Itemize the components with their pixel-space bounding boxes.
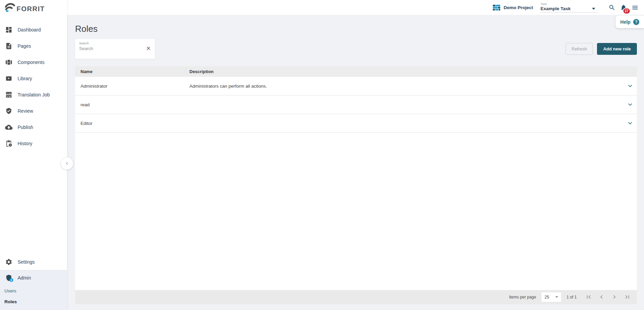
role-name: Administrator bbox=[75, 84, 189, 89]
media-library-icon bbox=[5, 75, 13, 82]
sidebar-item-components[interactable]: Components bbox=[0, 54, 67, 70]
sidebar-spacer bbox=[0, 152, 67, 254]
sidebar-collapse-button[interactable] bbox=[61, 157, 73, 170]
page-title: Roles bbox=[75, 24, 637, 34]
topbar: Demo Project Task Example Task 27 bbox=[67, 0, 644, 15]
admin-person-badge bbox=[9, 278, 13, 282]
page-range-label: 1 of 1 bbox=[567, 295, 577, 300]
sidebar-item-history[interactable]: History bbox=[0, 135, 67, 152]
sidebar-item-roles[interactable]: Roles bbox=[0, 296, 67, 307]
history-clipboard-icon bbox=[5, 140, 13, 147]
hamburger-icon bbox=[631, 4, 639, 11]
page-size-value: 25 bbox=[545, 295, 549, 300]
first-page-icon bbox=[585, 293, 592, 301]
page-size-select[interactable]: 25 bbox=[542, 292, 561, 302]
task-select[interactable]: Task Example Task bbox=[540, 2, 597, 13]
task-select-label: Task bbox=[540, 2, 597, 6]
table-header-row: Name Description bbox=[75, 66, 637, 77]
sidebar-item-label: Translation Job bbox=[18, 92, 50, 97]
expand-chevron-down-icon[interactable] bbox=[627, 102, 633, 107]
sidebar-item-label: Components bbox=[18, 60, 44, 65]
sidebar-item-label: Review bbox=[18, 108, 33, 114]
logo-text: FORRIT bbox=[17, 5, 45, 13]
sidebar-item-label: Library bbox=[18, 76, 32, 81]
cloud-upload-icon bbox=[5, 124, 13, 131]
help-popover[interactable]: Help ? bbox=[616, 16, 644, 28]
logo[interactable]: FORRIT bbox=[0, 0, 67, 15]
search-button[interactable] bbox=[606, 2, 618, 13]
chevron-left-icon bbox=[64, 161, 70, 166]
project-switcher[interactable]: Demo Project bbox=[493, 5, 533, 10]
translation-job-icon bbox=[5, 91, 13, 98]
role-name: read bbox=[75, 102, 189, 107]
sidebar-item-dashboard[interactable]: Dashboard bbox=[0, 22, 67, 38]
sidebar-item-review[interactable]: Review bbox=[0, 103, 67, 119]
last-page-button[interactable] bbox=[621, 291, 634, 303]
table-row[interactable]: Editor bbox=[75, 114, 637, 133]
expand-chevron-down-icon[interactable] bbox=[627, 120, 633, 126]
previous-page-button[interactable] bbox=[595, 291, 608, 303]
chevron-down-icon bbox=[592, 8, 595, 10]
chevron-right-icon bbox=[611, 293, 618, 301]
controls-row: Search ✕ Refresh Add new role bbox=[75, 39, 637, 59]
add-new-role-button[interactable]: Add new role bbox=[597, 43, 637, 55]
table-empty-area bbox=[75, 133, 637, 290]
gear-icon bbox=[5, 258, 13, 266]
sidebar-item-library[interactable]: Library bbox=[0, 70, 67, 87]
last-page-icon bbox=[624, 293, 631, 301]
project-name: Demo Project bbox=[504, 5, 533, 10]
page-content: Roles Search ✕ Refresh Add new role Name… bbox=[67, 15, 644, 310]
items-per-page-label: Items per page bbox=[509, 295, 536, 300]
pagination-bar: Items per page 25 1 of 1 bbox=[75, 290, 637, 304]
search-icon bbox=[608, 4, 616, 11]
table-row[interactable]: Administrator Administrators can perform… bbox=[75, 77, 637, 95]
task-select-value: Example Task bbox=[540, 6, 571, 11]
menu-button[interactable] bbox=[629, 2, 641, 13]
sidebar-nav: Dashboard Pages Components Library Trans… bbox=[0, 15, 67, 152]
search-field[interactable]: Search ✕ bbox=[75, 39, 155, 59]
forrit-logo-icon bbox=[4, 2, 16, 13]
role-description: Administrators can perform all actions. bbox=[189, 84, 623, 89]
first-page-button[interactable] bbox=[582, 291, 595, 303]
sidebar-item-label: History bbox=[18, 141, 32, 146]
expand-chevron-down-icon[interactable] bbox=[627, 83, 633, 89]
help-label: Help bbox=[620, 19, 630, 25]
next-page-button[interactable] bbox=[608, 291, 621, 303]
notifications-button[interactable]: 27 bbox=[618, 2, 629, 13]
document-icon bbox=[5, 42, 13, 50]
sidebar-item-admin[interactable]: Admin bbox=[0, 270, 67, 285]
components-icon bbox=[5, 59, 13, 66]
table-row[interactable]: read bbox=[75, 95, 637, 114]
chevron-left-icon bbox=[598, 293, 605, 301]
sidebar-item-pages[interactable]: Pages bbox=[0, 38, 67, 54]
search-input[interactable] bbox=[79, 46, 137, 51]
app-window: FORRIT Dashboard Pages Components Librar… bbox=[0, 0, 644, 310]
role-name: Editor bbox=[75, 121, 189, 126]
sidebar-item-label: Dashboard bbox=[18, 27, 41, 32]
sidebar-item-users[interactable]: Users bbox=[0, 285, 67, 296]
question-mark-icon: ? bbox=[633, 19, 639, 25]
roles-table: Name Description Administrator Administr… bbox=[75, 66, 637, 304]
project-grid-icon bbox=[493, 5, 500, 10]
admin-section: Admin Users Roles bbox=[0, 270, 67, 310]
sidebar-item-label: Publish bbox=[18, 125, 33, 130]
admin-shield-icon bbox=[5, 274, 13, 282]
shield-check-icon bbox=[5, 107, 13, 115]
main-area: Demo Project Task Example Task 27 bbox=[67, 0, 644, 310]
sidebar-item-label: Pages bbox=[18, 43, 31, 49]
sidebar-item-settings[interactable]: Settings bbox=[0, 254, 67, 270]
clear-search-icon[interactable]: ✕ bbox=[146, 46, 151, 51]
column-header-name: Name bbox=[75, 69, 189, 74]
search-field-label: Search bbox=[79, 42, 151, 45]
sidebar-item-translation-job[interactable]: Translation Job bbox=[0, 87, 67, 103]
sidebar-item-label: Settings bbox=[18, 259, 35, 265]
refresh-button[interactable]: Refresh bbox=[566, 43, 593, 55]
sidebar-item-label: Admin bbox=[18, 275, 31, 281]
chevron-down-icon bbox=[555, 296, 558, 298]
dashboard-icon bbox=[5, 26, 13, 34]
sidebar-item-publish[interactable]: Publish bbox=[0, 119, 67, 135]
sidebar: FORRIT Dashboard Pages Components Librar… bbox=[0, 0, 67, 310]
column-header-description: Description bbox=[189, 69, 623, 74]
